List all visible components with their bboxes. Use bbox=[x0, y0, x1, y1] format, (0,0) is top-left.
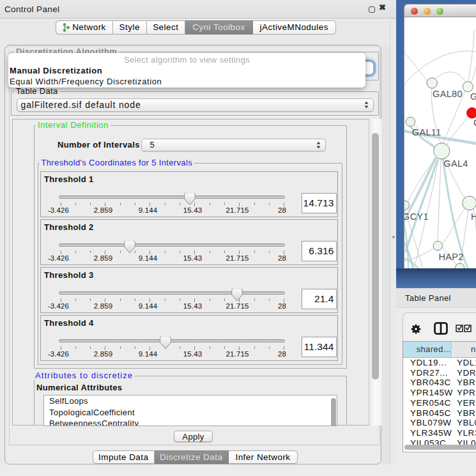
svg-text:GAL11: GAL11 bbox=[412, 127, 441, 137]
svg-text:GAL4: GAL4 bbox=[443, 158, 468, 169]
svg-text:HAP2: HAP2 bbox=[438, 252, 463, 262]
svg-text:C: C bbox=[473, 118, 476, 128]
svg-text:H: H bbox=[471, 211, 476, 222]
svg-text:GCY1: GCY1 bbox=[404, 211, 429, 222]
svg-text:GAL80: GAL80 bbox=[433, 89, 463, 99]
svg-text:GA: GA bbox=[470, 91, 476, 102]
